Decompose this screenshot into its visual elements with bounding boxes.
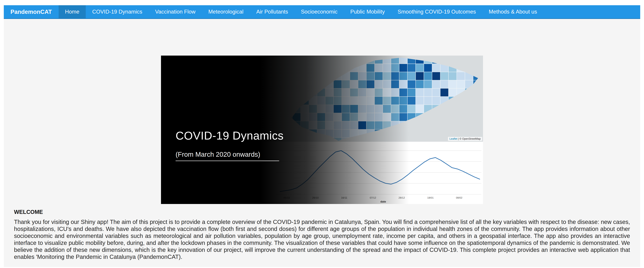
navbar-menu: HomeCOVID-19 DynamicsVaccination FlowMet… — [59, 5, 544, 18]
nav-item-covid-19-dynamics[interactable]: COVID-19 Dynamics — [86, 5, 148, 18]
nav-item-methods-about-us[interactable]: Methods & About us — [482, 5, 544, 18]
hero-title: COVID-19 Dynamics — [176, 129, 284, 142]
nav-item-meteorological[interactable]: Meteorological — [202, 5, 250, 18]
nav-item-air-pollutants[interactable]: Air Pollutants — [250, 5, 294, 18]
nav-item-smoothing-covid-19-outcomes[interactable]: Smoothing COVID-19 Outcomes — [391, 5, 482, 18]
content-area: Leaflet | © OpenStreetMap 05/1026/1016/1… — [4, 19, 640, 267]
nav-item-socioeconomic[interactable]: Socioeconomic — [294, 5, 344, 18]
navbar-brand[interactable]: PandemonCAT — [4, 5, 59, 18]
hero-image: Leaflet | © OpenStreetMap 05/1026/1016/1… — [161, 56, 483, 204]
navbar: PandemonCAT HomeCOVID-19 DynamicsVaccina… — [4, 5, 640, 19]
app-frame: PandemonCAT HomeCOVID-19 DynamicsVaccina… — [4, 5, 640, 267]
nav-item-home[interactable]: Home — [59, 5, 86, 18]
nav-item-public-mobility[interactable]: Public Mobility — [344, 5, 391, 18]
nav-item-vaccination-flow[interactable]: Vaccination Flow — [149, 5, 202, 18]
welcome-heading: WELCOME — [14, 209, 630, 215]
hero-subtitle: (From March 2020 onwards) — [176, 150, 279, 161]
welcome-section: WELCOME Thank you for visiting our Shiny… — [14, 209, 630, 260]
welcome-paragraph: Thank you for visiting our Shiny app! Th… — [14, 218, 630, 260]
